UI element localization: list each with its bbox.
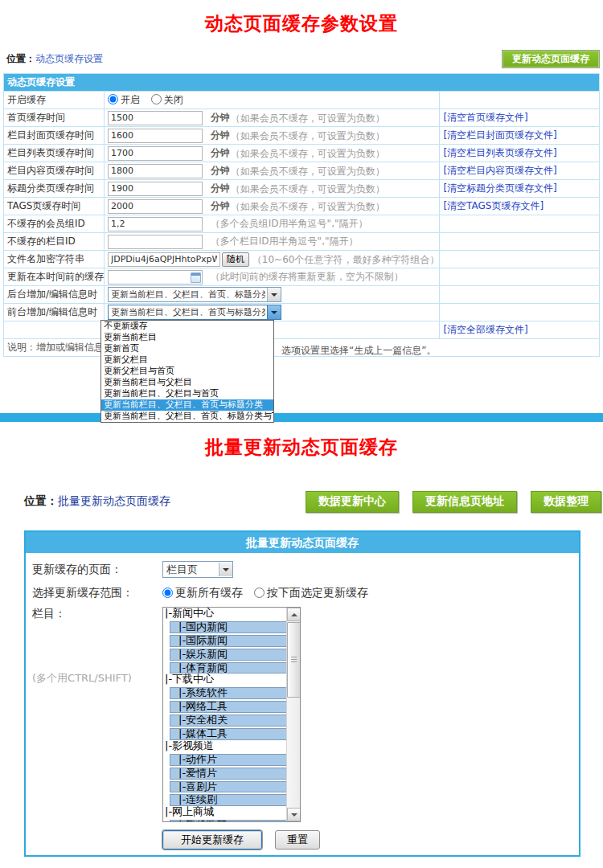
homepage-cache-time-input[interactable] bbox=[108, 111, 203, 125]
list-item[interactable]: |-动作片 bbox=[170, 754, 301, 766]
toolbar: 数据更新中心 更新信息页地址 数据整理 bbox=[306, 491, 601, 513]
scrollbar-thumb[interactable] bbox=[287, 622, 301, 698]
panel-header: 动态页缓存设置 bbox=[4, 74, 600, 92]
list-item[interactable]: |-娱乐新闻 bbox=[170, 649, 301, 661]
batch-update-panel: 批量更新动态页面缓存 更新缓存的页面： 栏目页 选择更新缓存范围： 更新所有缓存… bbox=[24, 530, 580, 857]
hint-text: （10~60个任意字符，最好多种字符组合） bbox=[252, 253, 440, 264]
update-info-page-url-button[interactable]: 更新信息页地址 bbox=[412, 491, 517, 513]
clear-category-content-cache-link[interactable]: [清空栏目内容页缓存文件] bbox=[443, 165, 556, 176]
frontend-update-select[interactable]: 更新当前栏目、父栏目、首页与标题分类 bbox=[108, 305, 281, 320]
clear-tags-cache-link[interactable]: [清空TAGS页缓存文件] bbox=[443, 200, 544, 211]
dropdown-option[interactable]: 不更新缓存 bbox=[101, 321, 273, 332]
category-cover-cache-time-input[interactable] bbox=[108, 129, 203, 143]
refresh-before-time-input[interactable] bbox=[108, 270, 203, 285]
unit-label: 分钟 bbox=[211, 147, 230, 158]
no-cache-membergroup-ids-input[interactable] bbox=[108, 217, 203, 231]
form-actions: 开始更新缓存 重置 bbox=[162, 830, 579, 850]
unit-label: 分钟 bbox=[211, 200, 230, 211]
dropdown-option[interactable]: 更新当前栏目、父栏目、首页与标题分类 bbox=[101, 399, 273, 411]
category-listbox[interactable]: |-新闻中心 |-国内新闻 |-国际新闻 |-娱乐新闻 |-体育新闻 |-下载中… bbox=[162, 607, 301, 822]
cache-disable-option[interactable]: 关闭 bbox=[151, 94, 183, 105]
reset-button[interactable]: 重置 bbox=[275, 830, 320, 850]
dropdown-option[interactable]: 更新父栏目 bbox=[101, 354, 273, 366]
page-type-row: 更新缓存的页面： 栏目页 bbox=[32, 561, 579, 578]
start-update-cache-button[interactable]: 开始更新缓存 bbox=[162, 830, 262, 850]
calendar-icon[interactable] bbox=[191, 272, 201, 283]
unit-label: 分钟 bbox=[211, 129, 230, 141]
list-item[interactable]: |-国际新闻 bbox=[170, 635, 301, 647]
table-row: 栏目封面页缓存时间 分钟（如果会员不缓存，可设置为负数） [清空栏目封面页缓存文… bbox=[4, 127, 600, 145]
scope-selected-radio[interactable] bbox=[254, 588, 265, 598]
page-type-select[interactable]: 栏目页 bbox=[162, 561, 233, 578]
select-value: 更新当前栏目、父栏目、首页与标题分类 bbox=[111, 306, 265, 318]
row-label: 栏目内容页缓存时间 bbox=[4, 162, 105, 180]
breadcrumb-link[interactable]: 批量更新动态页面缓存 bbox=[58, 494, 170, 507]
tags-cache-time-input[interactable] bbox=[108, 199, 203, 214]
note-text-right: 选项设置里选择“生成上一篇信息”。 bbox=[281, 344, 436, 358]
list-item[interactable]: |-媒体工具 bbox=[170, 728, 301, 740]
clear-category-list-cache-link[interactable]: [清空栏目列表页缓存文件] bbox=[443, 147, 556, 158]
list-item[interactable]: |-体育新闻 bbox=[170, 662, 301, 674]
enable-radio[interactable] bbox=[108, 94, 118, 104]
dropdown-option[interactable]: 更新父栏目与首页 bbox=[101, 366, 273, 377]
hint-text: （如果会员不缓存，可设置为负数） bbox=[231, 200, 385, 211]
dropdown-option[interactable]: 更新当前栏目与父栏目 bbox=[101, 377, 273, 388]
chevron-down-icon bbox=[267, 288, 281, 301]
list-item[interactable]: |-影视频道 bbox=[163, 740, 286, 752]
hint-text: （如果会员不缓存，可设置为负数） bbox=[231, 182, 385, 194]
disable-radio[interactable] bbox=[151, 94, 162, 104]
table-row: TAGS页缓存时间 分钟（如果会员不缓存，可设置为负数） [清空TAGS页缓存文… bbox=[4, 198, 600, 215]
title-class-cache-time-input[interactable] bbox=[108, 182, 203, 196]
scope-row: 选择更新缓存范围： 更新所有缓存 按下面选定更新缓存 bbox=[32, 586, 579, 600]
breadcrumb-link[interactable]: 动态页缓存设置 bbox=[35, 53, 103, 64]
backend-update-select[interactable]: 更新当前栏目、父栏目、首页、标题分类与TAGS页 bbox=[108, 287, 281, 302]
data-update-center-button[interactable]: 数据更新中心 bbox=[306, 491, 399, 513]
table-row: 更新在本时间前的缓存 （此时间前的缓存将重新更新，空为不限制） bbox=[4, 268, 600, 286]
list-item[interactable]: |-网络工具 bbox=[170, 701, 301, 713]
table-row: 栏目内容页缓存时间 分钟（如果会员不缓存，可设置为负数） [清空栏目内容页缓存文… bbox=[4, 162, 600, 180]
scope-all-option[interactable]: 更新所有缓存 bbox=[162, 586, 243, 600]
scroll-down-button[interactable] bbox=[287, 808, 301, 821]
filename-encrypt-string-input[interactable] bbox=[108, 252, 220, 267]
no-cache-category-ids-input[interactable] bbox=[108, 235, 203, 249]
update-dynamic-cache-button[interactable]: 更新动态页面缓存 bbox=[502, 50, 600, 68]
page-title-2: 批量更新动态页面缓存 bbox=[0, 435, 603, 460]
row-label: 栏目列表页缓存时间 bbox=[4, 145, 105, 162]
data-cleanup-button[interactable]: 数据整理 bbox=[531, 491, 601, 513]
chevron-down-icon bbox=[267, 305, 281, 319]
dropdown-option[interactable]: 更新当前栏目、父栏目、首页、标题分类与TAGS页 bbox=[101, 411, 273, 422]
list-item[interactable]: |-连续剧 bbox=[170, 794, 301, 806]
random-button[interactable]: 随机 bbox=[222, 252, 249, 267]
list-item[interactable]: |-爱情片 bbox=[170, 768, 301, 780]
scroll-up-button[interactable] bbox=[287, 608, 301, 621]
row-label: 不缓存的栏目ID bbox=[4, 233, 105, 251]
list-item[interactable]: |-系统软件 bbox=[170, 687, 301, 699]
cache-settings-panel: 动态页缓存设置 开启缓存 开启 关闭 首页缓存时间 分钟（如果会员不缓存，可设置… bbox=[3, 73, 600, 357]
scrollbar[interactable] bbox=[286, 608, 300, 821]
page-title: 动态页面缓存参数设置 bbox=[0, 0, 603, 36]
category-list-cache-time-input[interactable] bbox=[108, 146, 203, 161]
list-item[interactable]: |-新闻中心 bbox=[163, 608, 286, 620]
hint-text: （如果会员不缓存，可设置为负数） bbox=[231, 129, 385, 141]
cache-enable-option[interactable]: 开启 bbox=[108, 94, 140, 105]
dropdown-option[interactable]: 更新当前栏目、父栏目与首页 bbox=[101, 388, 273, 399]
clear-homepage-cache-link[interactable]: [清空首页缓存文件] bbox=[443, 112, 527, 123]
list-item[interactable]: |-喜剧片 bbox=[170, 781, 301, 793]
category-content-cache-time-input[interactable] bbox=[108, 164, 203, 178]
clear-category-cover-cache-link[interactable]: [清空栏目封面页缓存文件] bbox=[443, 129, 556, 141]
scope-selected-option[interactable]: 按下面选定更新缓存 bbox=[254, 586, 368, 600]
clear-all-cache-link[interactable]: [清空全部缓存文件] bbox=[443, 324, 527, 335]
table-row: 栏目列表页缓存时间 分钟（如果会员不缓存，可设置为负数） [清空栏目列表页缓存文… bbox=[4, 145, 600, 162]
list-item[interactable]: |-国内新闻 bbox=[170, 621, 301, 633]
clear-title-class-cache-link[interactable]: [清空标题分类页缓存文件] bbox=[443, 182, 556, 194]
column-label: 栏目： bbox=[32, 607, 162, 621]
list-item[interactable]: |-网上商城 bbox=[163, 806, 286, 818]
list-item[interactable]: |-手机数码 bbox=[170, 820, 301, 822]
list-item[interactable]: |-下载中心 bbox=[163, 674, 286, 686]
table-row: 标题分类页缓存时间 分钟（如果会员不缓存，可设置为负数） [清空标题分类页缓存文… bbox=[4, 180, 600, 198]
scope-all-radio[interactable] bbox=[162, 588, 173, 598]
dropdown-option[interactable]: 更新当前栏目 bbox=[101, 332, 273, 343]
list-item[interactable]: |-安全相关 bbox=[170, 714, 301, 727]
table-row: 开启缓存 开启 关闭 bbox=[4, 92, 600, 109]
dropdown-option[interactable]: 更新首页 bbox=[101, 343, 273, 354]
